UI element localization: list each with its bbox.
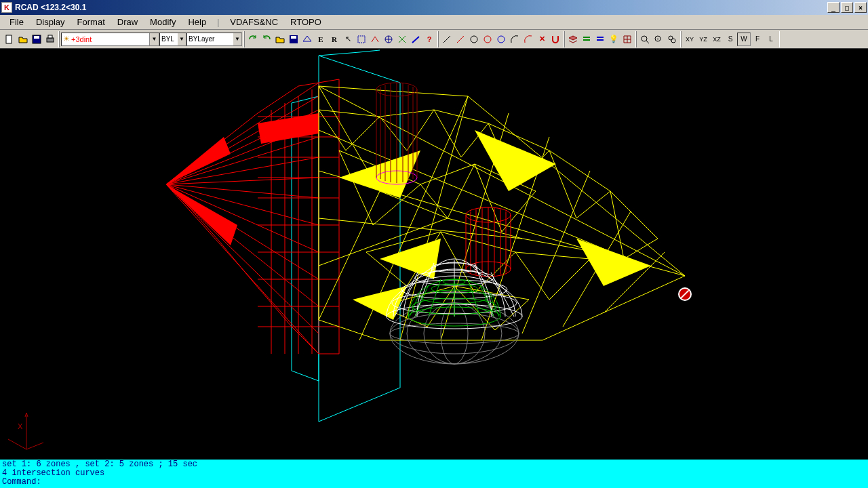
command-history-line: set 1: 6 zones , set 2: 5 zones ; 15 sec — [2, 460, 866, 469]
app-icon: K — [1, 2, 12, 13]
command-history-line: 4 intersection curves — [2, 469, 866, 478]
close-button[interactable]: × — [854, 2, 867, 13]
save2-icon[interactable] — [287, 33, 300, 46]
menu-format[interactable]: Format — [72, 16, 111, 28]
arrow-tool-icon[interactable]: ↖ — [341, 33, 355, 46]
svg-text:+: + — [656, 37, 659, 41]
svg-rect-3 — [47, 38, 54, 42]
plane-icon[interactable] — [300, 33, 314, 46]
magnet-icon[interactable] — [549, 33, 562, 46]
svg-text:X: X — [18, 422, 23, 430]
zoom-extents-icon[interactable] — [638, 33, 652, 46]
svg-rect-6 — [291, 36, 296, 39]
menu-modify[interactable]: Modify — [144, 16, 181, 28]
svg-line-77 — [8, 439, 26, 449]
menu-help[interactable]: Help — [182, 16, 212, 28]
menubar: File Display Format Draw Modify Help | V… — [0, 15, 868, 30]
surface-icon[interactable] — [368, 33, 382, 46]
svg-rect-17 — [597, 39, 604, 41]
toolbar: ☀ +3dint ▼ BYL ▼ BYLayer ▼ E R ↖ ? — [0, 30, 868, 49]
globe-icon[interactable] — [382, 33, 395, 46]
delete-icon[interactable]: ✕ — [535, 33, 549, 46]
svg-point-11 — [471, 36, 477, 43]
r-tool-icon[interactable]: R — [328, 33, 341, 46]
zoom-window-icon[interactable] — [665, 33, 679, 46]
viewport-3d[interactable]: X — [0, 49, 868, 459]
layer-tool-group: ☀ +3dint ▼ BYL ▼ BYLayer ▼ — [59, 31, 244, 47]
view-w-button[interactable]: W — [737, 33, 751, 46]
ucs-icon: X — [3, 409, 50, 456]
arc-icon[interactable] — [508, 33, 521, 46]
view-xy-button[interactable]: XY — [683, 33, 696, 46]
menu-draw[interactable]: Draw — [112, 16, 143, 28]
view-l-button[interactable]: L — [764, 33, 778, 46]
svg-rect-15 — [583, 39, 590, 41]
layer-dropdown[interactable]: ☀ +3dint ▼ — [61, 33, 159, 46]
slice-icon[interactable] — [409, 33, 422, 46]
color-dropdown[interactable]: BYL ▼ — [159, 33, 186, 46]
view-yz-button[interactable]: YZ — [696, 33, 710, 46]
menu-rtopo[interactable]: RTOPO — [285, 16, 327, 28]
wireframe-scene — [0, 49, 868, 459]
layers2-icon[interactable] — [580, 33, 593, 46]
help-icon[interactable]: ? — [422, 33, 436, 46]
chevron-down-icon[interactable]: ▼ — [233, 33, 241, 45]
svg-line-19 — [646, 41, 649, 43]
no-drop-cursor-icon — [678, 287, 692, 301]
layers3-icon[interactable] — [593, 33, 607, 46]
save-icon[interactable] — [30, 33, 43, 46]
svg-point-12 — [484, 36, 491, 43]
window-controls: _ □ × — [827, 2, 867, 13]
undo-icon[interactable] — [260, 33, 273, 46]
layer-value: +3dint — [71, 35, 92, 43]
menu-separator: | — [213, 18, 223, 27]
new-icon[interactable] — [3, 33, 16, 46]
view-s-button[interactable]: S — [724, 33, 737, 46]
menu-vdafsnc[interactable]: VDAFS&NC — [224, 16, 283, 28]
line-icon[interactable] — [440, 33, 454, 46]
command-prompt[interactable]: Command: — [2, 478, 866, 487]
modify-tool-group: ✕ — [438, 31, 564, 47]
svg-rect-0 — [6, 35, 12, 43]
svg-line-25 — [359, 50, 380, 52]
open2-icon[interactable] — [273, 33, 287, 46]
svg-line-10 — [457, 36, 464, 43]
print-icon[interactable] — [43, 33, 57, 46]
svg-line-24 — [319, 52, 359, 56]
circle-icon[interactable] — [467, 33, 481, 46]
view-xz-button[interactable]: XZ — [710, 33, 724, 46]
zoom-in-icon[interactable]: + — [652, 33, 665, 46]
arc2-icon[interactable] — [521, 33, 535, 46]
svg-rect-2 — [34, 36, 39, 39]
svg-point-49 — [390, 313, 519, 354]
green-dome — [408, 278, 500, 326]
select-icon[interactable] — [355, 33, 368, 46]
layers-icon[interactable] — [566, 33, 580, 46]
svg-rect-4 — [48, 35, 52, 38]
zoom-tool-group: + — [636, 31, 681, 47]
viewplane-tool-group: XY YZ XZ S W F L — [681, 31, 780, 47]
mesh-icon[interactable] — [395, 33, 409, 46]
minimize-button[interactable]: _ — [827, 2, 840, 13]
line2-icon[interactable] — [454, 33, 467, 46]
redo-icon[interactable] — [246, 33, 260, 46]
e-tool-icon[interactable]: E — [314, 33, 328, 46]
menu-file[interactable]: File — [4, 16, 29, 28]
grid-icon[interactable] — [620, 33, 634, 46]
svg-rect-14 — [583, 37, 590, 38]
open-icon[interactable] — [16, 33, 30, 46]
menu-display[interactable]: Display — [31, 16, 71, 28]
linetype-dropdown[interactable]: BYLayer ▼ — [186, 33, 242, 46]
command-area[interactable]: set 1: 6 zones , set 2: 5 zones ; 15 sec… — [0, 459, 868, 488]
view-f-button[interactable]: F — [751, 33, 764, 46]
circle3-icon[interactable] — [494, 33, 508, 46]
svg-point-23 — [671, 39, 675, 43]
maximize-button[interactable]: □ — [841, 2, 853, 13]
bulb-icon[interactable]: 💡 — [607, 33, 620, 46]
circle2-icon[interactable] — [481, 33, 494, 46]
red-solid-faces — [166, 113, 319, 245]
chevron-down-icon[interactable]: ▼ — [178, 33, 186, 45]
draw-tool-group: E R ↖ ? — [244, 31, 438, 47]
color-value: BYL — [161, 35, 174, 43]
chevron-down-icon[interactable]: ▼ — [149, 33, 159, 45]
